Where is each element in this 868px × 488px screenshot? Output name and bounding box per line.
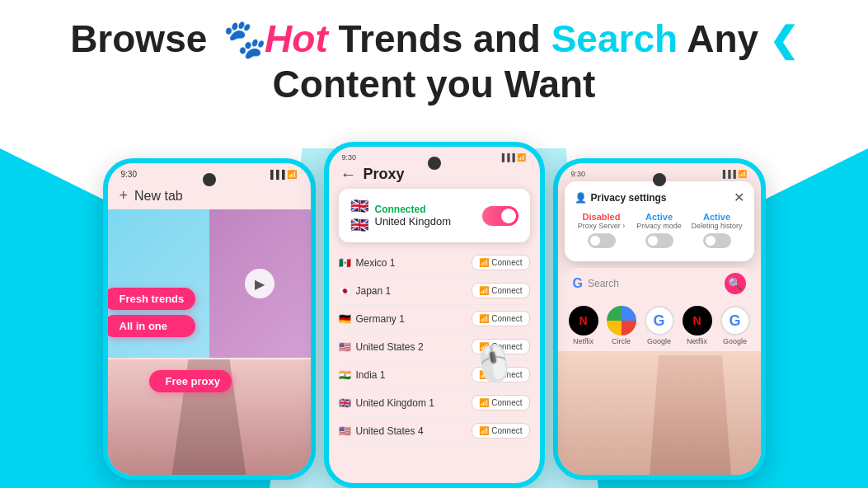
search-button[interactable]: 🔍 bbox=[725, 273, 746, 294]
india-label: India 1 bbox=[356, 369, 386, 381]
free-proxy-button[interactable]: Free proxy bbox=[149, 370, 232, 392]
phone-left-signal: ▐▐▐ 📶 bbox=[267, 170, 297, 179]
circle-label: Circle bbox=[612, 337, 631, 345]
google-label-1: Google bbox=[647, 337, 671, 345]
headline-line2: Content you Want bbox=[273, 63, 596, 106]
google-icon-2: G bbox=[720, 306, 750, 336]
history-sub-label: Deleting history bbox=[690, 222, 744, 230]
app-netflix-2[interactable]: N Netflix bbox=[683, 306, 712, 345]
connect-btn-germany[interactable]: 📶 Connect bbox=[472, 311, 529, 326]
phone-mid-signal: ▐▐▐ 📶 bbox=[500, 153, 527, 162]
privacy-popup: 👤 Privacy settings ✕ Disabled Proxy Serv… bbox=[565, 181, 754, 261]
back-arrow-icon[interactable]: ← bbox=[340, 165, 357, 184]
server-row-germany: 🇩🇪 Germany 1 📶 Connect bbox=[339, 305, 530, 333]
search-input-placeholder: Search bbox=[588, 278, 725, 289]
germany-flag: 🇩🇪 bbox=[339, 313, 351, 325]
privacy-col-history: Active Deleting history bbox=[690, 212, 744, 248]
circle-icon bbox=[607, 306, 636, 336]
us2-flag: 🇺🇸 bbox=[339, 341, 351, 353]
privacy-mode-status-label: Active bbox=[632, 212, 687, 222]
server-row-japan: 🇯🇵 Japan 1 📶 Connect bbox=[339, 277, 530, 305]
app-google-1[interactable]: G Google bbox=[645, 306, 674, 345]
server-name-us2: 🇺🇸 United States 2 bbox=[339, 341, 424, 353]
app-google-2[interactable]: G Google bbox=[720, 306, 750, 345]
close-popup-button[interactable]: ✕ bbox=[734, 190, 744, 205]
germany-label: Germany 1 bbox=[356, 313, 405, 325]
server-name-mexico: 🇲🇽 Mexico 1 bbox=[339, 257, 396, 269]
server-name-germany: 🇩🇪 Germany 1 bbox=[339, 313, 405, 325]
india-flag: 🇮🇳 bbox=[339, 369, 351, 381]
feature-buttons: Fresh trends All in one bbox=[103, 288, 196, 337]
privacy-title: 👤 Privacy settings bbox=[575, 192, 667, 204]
hot-word: 🐾Hot bbox=[218, 17, 328, 60]
connect-btn-japan[interactable]: 📶 Connect bbox=[472, 283, 529, 298]
phone-right-signal: ▐▐▐ 📶 bbox=[720, 170, 748, 178]
account-icon: 👤 bbox=[575, 192, 587, 204]
phone-left: 9:30 ▐▐▐ 📶 + New tab ▶ Fresh trends All … bbox=[103, 158, 316, 480]
content-image-2: ▶ bbox=[209, 209, 311, 358]
privacy-title-text: Privacy settings bbox=[591, 192, 667, 204]
country-label: United Kingdom bbox=[375, 215, 452, 228]
google-label-2: Google bbox=[723, 337, 747, 345]
all-in-one-button[interactable]: All in one bbox=[103, 315, 196, 337]
connect-btn-us4[interactable]: 📶 Connect bbox=[472, 423, 529, 439]
privacy-mode-toggle[interactable] bbox=[645, 233, 673, 248]
connect-btn-mexico[interactable]: 📶 Connect bbox=[472, 255, 529, 270]
new-tab-plus-icon: + bbox=[120, 187, 129, 204]
server-row-us4: 🇺🇸 United States 4 📶 Connect bbox=[339, 417, 530, 445]
connected-label: Connected bbox=[375, 204, 452, 215]
header: Browse 🐾Hot Trends and Search Any ❮ Cont… bbox=[0, 0, 868, 115]
connected-flag-info: 🇬🇧 🇬🇧 Connected United Kingdom bbox=[350, 197, 452, 234]
app-netflix-1[interactable]: N Netflix bbox=[569, 306, 598, 345]
japan-flag: 🇯🇵 bbox=[339, 285, 351, 297]
mexico-flag: 🇲🇽 bbox=[339, 257, 351, 269]
us2-label: United States 2 bbox=[356, 341, 424, 353]
server-name-japan: 🇯🇵 Japan 1 bbox=[339, 285, 392, 297]
phone-left-time: 9:30 bbox=[121, 170, 137, 179]
phone-right-bottom-image bbox=[558, 351, 761, 475]
server-name-uk1: 🇬🇧 United Kingdom 1 bbox=[339, 397, 434, 409]
headline-text2: Trends and bbox=[328, 17, 551, 60]
search-bar[interactable]: G Search 🔍 bbox=[565, 268, 754, 299]
proxy-status-label: Disabled bbox=[575, 212, 629, 222]
server-row-uk1: 🇬🇧 United Kingdom 1 📶 Connect bbox=[339, 389, 530, 417]
netflix-icon-2: N bbox=[683, 306, 712, 336]
connect-btn-uk1[interactable]: 📶 Connect bbox=[472, 395, 529, 411]
phone-mid: 9:30 ▐▐▐ 📶 ← Proxy 🇬🇧 🇬🇧 Connected Unite… bbox=[324, 142, 545, 488]
google-logo: G bbox=[573, 276, 583, 291]
history-toggle[interactable] bbox=[703, 233, 731, 248]
cursor-hand-icon: 🖱️ bbox=[469, 340, 518, 387]
netflix-label-1: Netflix bbox=[573, 337, 594, 345]
search-word: Search bbox=[551, 17, 678, 60]
new-tab-label: New tab bbox=[134, 189, 183, 204]
privacy-col-proxy: Disabled Proxy Server › bbox=[575, 212, 629, 248]
phone-right: 9:30 ▐▐▐ 📶 👤 Privacy settings ✕ Disabled… bbox=[553, 158, 766, 480]
privacy-cols: Disabled Proxy Server › Active Privacy m… bbox=[575, 212, 744, 248]
vpn-toggle[interactable] bbox=[482, 206, 518, 226]
phone-mid-notch bbox=[428, 157, 441, 170]
connected-card: 🇬🇧 🇬🇧 Connected United Kingdom bbox=[339, 189, 530, 242]
google-icon-1: G bbox=[645, 306, 674, 336]
uk1-label: United Kingdom 1 bbox=[356, 397, 434, 409]
us4-label: United States 4 bbox=[356, 425, 424, 437]
proxy-toggle[interactable] bbox=[588, 233, 616, 248]
netflix-label-2: Netflix bbox=[687, 337, 707, 345]
server-row-mexico: 🇲🇽 Mexico 1 📶 Connect bbox=[339, 249, 530, 277]
server-name-india: 🇮🇳 India 1 bbox=[339, 369, 386, 381]
mexico-label: Mexico 1 bbox=[356, 257, 396, 269]
history-status-label: Active bbox=[690, 212, 744, 222]
uk-flag: 🇬🇧 🇬🇧 bbox=[350, 197, 368, 234]
proxy-title: Proxy bbox=[364, 166, 405, 183]
play-button[interactable]: ▶ bbox=[245, 269, 274, 298]
headline-text3: Any bbox=[678, 17, 769, 60]
privacy-popup-header: 👤 Privacy settings ✕ bbox=[575, 190, 744, 205]
connection-info: Connected United Kingdom bbox=[375, 204, 452, 228]
fresh-trends-button[interactable]: Fresh trends bbox=[103, 288, 196, 310]
privacy-mode-sub-label: Privacy mode bbox=[632, 222, 687, 230]
phones-container: 9:30 ▐▐▐ 📶 + New tab ▶ Fresh trends All … bbox=[0, 142, 868, 488]
japan-label: Japan 1 bbox=[356, 285, 392, 297]
us4-flag: 🇺🇸 bbox=[339, 425, 351, 437]
server-name-us4: 🇺🇸 United States 4 bbox=[339, 425, 424, 437]
angle-icon: ❮ bbox=[769, 21, 798, 59]
app-circle-1[interactable]: Circle bbox=[607, 306, 636, 345]
